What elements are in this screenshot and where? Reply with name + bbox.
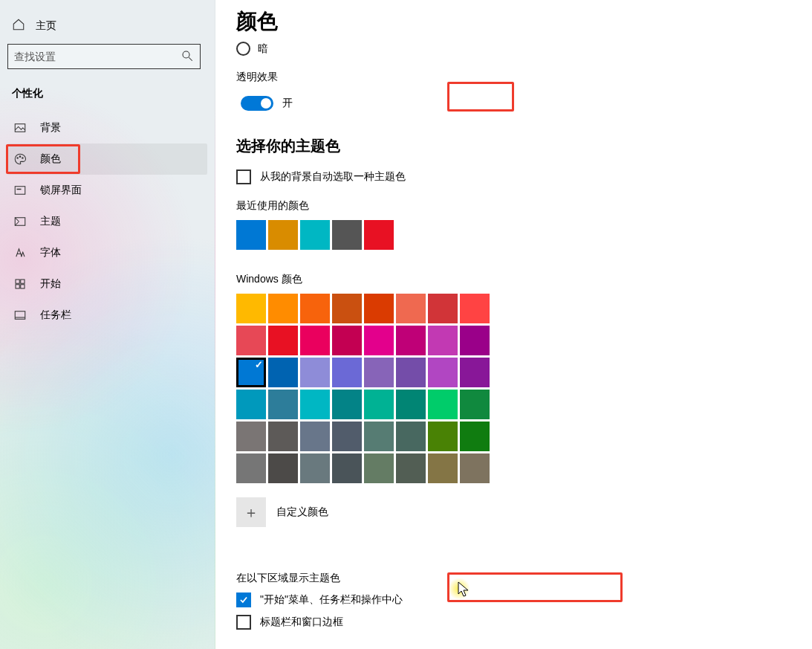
auto-pick-color-checkbox-row[interactable]: 从我的背景自动选取一种主题色 xyxy=(236,169,782,184)
color-mode-option-dark[interactable]: 暗 xyxy=(236,42,782,56)
svg-rect-12 xyxy=(21,285,25,288)
checkbox-icon xyxy=(236,169,251,184)
svg-rect-13 xyxy=(15,311,25,320)
lock-screen-icon xyxy=(13,184,27,197)
checkbox-icon xyxy=(236,615,251,630)
sidebar-item-themes[interactable]: 主题 xyxy=(7,206,207,237)
color-swatch[interactable] xyxy=(236,453,266,483)
color-swatch[interactable] xyxy=(332,294,362,323)
start-icon xyxy=(13,277,27,291)
color-swatch[interactable] xyxy=(460,422,490,451)
color-swatch[interactable] xyxy=(428,326,458,355)
search-input[interactable] xyxy=(14,51,181,62)
recent-colors-grid xyxy=(236,220,492,252)
color-swatch[interactable] xyxy=(396,453,426,483)
search-icon xyxy=(181,49,194,65)
sidebar-item-label: 字体 xyxy=(40,246,61,259)
color-swatch[interactable] xyxy=(364,358,394,387)
svg-rect-9 xyxy=(16,280,19,283)
color-swatch[interactable] xyxy=(268,422,298,451)
sidebar-home[interactable]: 主页 xyxy=(7,13,207,44)
color-swatch[interactable] xyxy=(460,358,490,387)
color-swatch[interactable] xyxy=(460,453,490,483)
color-swatch[interactable] xyxy=(300,358,330,387)
color-swatch[interactable] xyxy=(236,294,266,323)
color-swatch[interactable] xyxy=(364,453,394,483)
color-swatch[interactable] xyxy=(300,453,330,483)
custom-color-button[interactable]: ＋ xyxy=(236,497,266,527)
color-swatch[interactable] xyxy=(428,453,458,483)
choose-accent-heading: 选择你的主题色 xyxy=(236,136,782,156)
palette-icon xyxy=(13,152,27,166)
sidebar-item-fonts[interactable]: 字体 xyxy=(7,237,207,268)
sidebar-item-background[interactable]: 背景 xyxy=(7,112,207,143)
color-swatch[interactable] xyxy=(268,326,298,355)
theme-icon xyxy=(13,215,27,228)
color-swatch[interactable] xyxy=(236,326,266,355)
color-swatch[interactable] xyxy=(300,326,330,355)
color-swatch[interactable] xyxy=(332,390,362,419)
color-swatch[interactable] xyxy=(236,422,266,451)
color-swatch[interactable] xyxy=(364,326,394,355)
color-swatch[interactable] xyxy=(396,390,426,419)
sidebar-item-taskbar[interactable]: 任务栏 xyxy=(7,300,207,331)
color-swatch[interactable] xyxy=(428,390,458,419)
color-swatch[interactable] xyxy=(364,294,394,323)
color-swatch[interactable] xyxy=(332,453,362,483)
sidebar-item-label: 颜色 xyxy=(40,152,61,166)
color-swatch[interactable] xyxy=(396,358,426,387)
sidebar-item-start[interactable]: 开始 xyxy=(7,268,207,300)
color-swatch[interactable] xyxy=(332,422,362,451)
color-swatch[interactable] xyxy=(460,326,490,355)
checkbox-label: 标题栏和窗口边框 xyxy=(260,616,343,629)
home-icon xyxy=(12,18,25,33)
color-swatch[interactable] xyxy=(236,390,266,419)
sidebar-item-lockscreen[interactable]: 锁屏界面 xyxy=(7,175,207,206)
color-swatch[interactable] xyxy=(428,422,458,451)
windows-colors-grid xyxy=(236,294,492,485)
color-swatch[interactable] xyxy=(396,294,426,323)
sidebar-item-label: 背景 xyxy=(40,121,61,135)
color-swatch[interactable] xyxy=(268,453,298,483)
color-swatch[interactable] xyxy=(268,358,298,387)
transparency-toggle[interactable] xyxy=(241,96,273,111)
transparency-heading: 透明效果 xyxy=(236,71,782,84)
svg-line-1 xyxy=(189,57,192,61)
color-swatch[interactable] xyxy=(428,294,458,323)
color-swatch[interactable] xyxy=(332,358,362,387)
custom-color-label: 自定义颜色 xyxy=(276,506,328,519)
color-swatch[interactable] xyxy=(268,390,298,419)
recent-colors-heading: 最近使用的颜色 xyxy=(236,199,782,213)
color-swatch[interactable] xyxy=(236,220,266,250)
surfaces-heading: 在以下区域显示主题色 xyxy=(236,572,782,585)
color-swatch[interactable] xyxy=(332,220,362,250)
color-swatch[interactable] xyxy=(396,422,426,451)
svg-point-3 xyxy=(17,158,19,159)
color-swatch[interactable] xyxy=(268,294,298,323)
svg-rect-11 xyxy=(16,285,19,288)
custom-color-row: ＋ 自定义颜色 xyxy=(236,497,782,527)
color-swatch[interactable] xyxy=(364,422,394,451)
color-swatch[interactable] xyxy=(236,358,266,387)
color-swatch[interactable] xyxy=(396,326,426,355)
sidebar-item-label: 锁屏界面 xyxy=(40,184,82,197)
sidebar-section-title: 个性化 xyxy=(7,69,207,109)
checkbox-label: "开始"菜单、任务栏和操作中心 xyxy=(260,593,403,607)
color-swatch[interactable] xyxy=(300,220,330,250)
surface-titlebars-checkbox[interactable]: 标题栏和窗口边框 xyxy=(236,615,782,630)
color-swatch[interactable] xyxy=(364,390,394,419)
color-swatch[interactable] xyxy=(364,220,394,250)
surface-start-taskbar-checkbox[interactable]: "开始"菜单、任务栏和操作中心 xyxy=(236,593,782,607)
color-swatch[interactable] xyxy=(460,390,490,419)
sidebar: 主页 个性化 背景 颜色 锁屏界面 主题 xyxy=(0,0,215,649)
search-box[interactable] xyxy=(7,44,201,69)
color-swatch[interactable] xyxy=(300,390,330,419)
color-swatch[interactable] xyxy=(428,358,458,387)
color-swatch[interactable] xyxy=(300,422,330,451)
color-swatch[interactable] xyxy=(300,294,330,323)
color-swatch[interactable] xyxy=(332,326,362,355)
color-swatch[interactable] xyxy=(460,294,490,323)
svg-rect-6 xyxy=(15,187,25,195)
color-swatch[interactable] xyxy=(268,220,298,250)
sidebar-item-colors[interactable]: 颜色 xyxy=(7,143,207,175)
